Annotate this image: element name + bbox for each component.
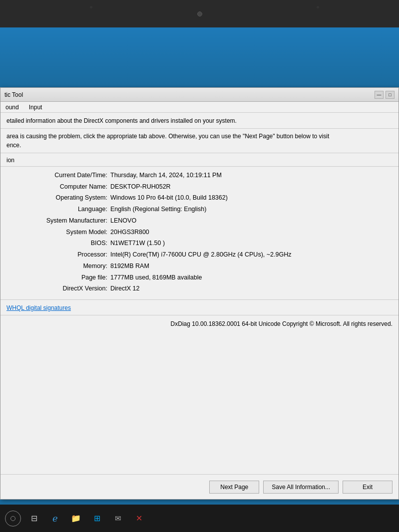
info-value: DESKTOP-RUH052R xyxy=(110,182,399,192)
info-row: BIOS: N1WET71W (1.50 ) xyxy=(0,239,399,248)
store-icon: ⊞ xyxy=(94,514,100,523)
description-area: etailed information about the DirectX co… xyxy=(0,113,399,129)
task-view-icon: ⊟ xyxy=(31,514,37,523)
info-label: Processor: xyxy=(0,250,110,260)
system-info-area: Current Date/Time: Thursday, March 14, 2… xyxy=(0,167,399,297)
info-value: Intel(R) Core(TM) i7-7600U CPU @ 2.80GHz… xyxy=(110,250,399,260)
info-label: Computer Name: xyxy=(0,182,110,192)
info-label: DirectX Version: xyxy=(0,284,110,293)
info-row: Language: English (Regional Setting: Eng… xyxy=(0,205,399,214)
exit-button[interactable]: Exit xyxy=(343,481,393,494)
info-label: Operating System: xyxy=(0,193,110,203)
info-row: Current Date/Time: Thursday, March 14, 2… xyxy=(0,171,399,180)
bezel-dot xyxy=(90,6,92,8)
store-button[interactable]: ⊞ xyxy=(88,510,106,528)
warning-area: area is causing the problem, click the a… xyxy=(0,129,399,153)
dxdiag-window: tic Tool — □ ound Input etailed informat… xyxy=(0,87,399,500)
window-title: tic Tool xyxy=(4,91,375,98)
save-all-button[interactable]: Save All Information... xyxy=(263,481,339,494)
info-value: English (Regional Setting: English) xyxy=(110,205,399,214)
info-value: 20HGS3R800 xyxy=(110,228,399,237)
file-explorer-button[interactable]: 📁 xyxy=(67,510,85,528)
camera xyxy=(197,11,202,16)
info-row: DirectX Version: DirectX 12 xyxy=(0,284,399,293)
x-app-icon: ✕ xyxy=(136,514,142,523)
info-row: System Model: 20HGS3R800 xyxy=(0,228,399,237)
start-circle[interactable] xyxy=(5,511,21,527)
desc-line1: etailed information about the DirectX co… xyxy=(6,117,393,125)
info-label: System Model: xyxy=(0,228,110,237)
start-inner xyxy=(10,516,15,521)
whql-link[interactable]: WHQL digital signatures xyxy=(6,304,71,311)
info-row: System Manufacturer: LENOVO xyxy=(0,216,399,226)
laptop-bezel xyxy=(0,0,399,27)
mail-icon: ✉ xyxy=(115,514,121,523)
info-row: Operating System: Windows 10 Pro 64-bit … xyxy=(0,193,399,203)
info-label: Page file: xyxy=(0,273,110,282)
info-label: Current Date/Time: xyxy=(0,171,110,180)
taskbar: ⊟ ℯ 📁 ⊞ ✉ ✕ xyxy=(0,505,399,532)
info-row: Processor: Intel(R) Core(TM) i7-7600U CP… xyxy=(0,250,399,260)
task-view-button[interactable]: ⊟ xyxy=(25,510,43,528)
start-button[interactable] xyxy=(4,510,22,528)
window-controls: — □ xyxy=(375,91,395,99)
desktop xyxy=(0,27,399,87)
info-value: Windows 10 Pro 64-bit (10.0, Build 18362… xyxy=(110,193,399,203)
info-value: 8192MB RAM xyxy=(110,262,399,271)
next-page-button[interactable]: Next Page xyxy=(209,481,259,494)
maximize-button[interactable]: □ xyxy=(386,91,395,99)
info-row: Computer Name: DESKTOP-RUH052R xyxy=(0,182,399,192)
info-value: DirectX 12 xyxy=(110,284,399,293)
button-bar: Next Page Save All Information... Exit xyxy=(0,474,399,499)
info-row: Memory: 8192MB RAM xyxy=(0,262,399,271)
menu-bar: ound Input xyxy=(0,102,399,113)
section-label: ion xyxy=(6,157,14,164)
info-value: LENOVO xyxy=(110,216,399,226)
mail-button[interactable]: ✉ xyxy=(109,510,127,528)
folder-icon: 📁 xyxy=(71,514,81,523)
bezel-dot-right xyxy=(317,6,319,8)
info-value: N1WET71W (1.50 ) xyxy=(110,239,399,248)
signature-area: WHQL digital signatures xyxy=(0,299,399,315)
copyright-area: DxDiag 10.00.18362.0001 64-bit Unicode C… xyxy=(0,315,399,330)
menu-item-input[interactable]: Input xyxy=(27,103,44,112)
title-bar: tic Tool — □ xyxy=(0,88,399,102)
info-value: Thursday, March 14, 2024, 10:19:11 PM xyxy=(110,171,399,180)
info-label: System Manufacturer: xyxy=(0,216,110,226)
warning-line1: area is causing the problem, click the a… xyxy=(6,132,393,141)
edge-button[interactable]: ℯ xyxy=(46,510,64,528)
info-label: BIOS: xyxy=(0,239,110,248)
info-label: Memory: xyxy=(0,262,110,271)
x-app-button[interactable]: ✕ xyxy=(130,510,148,528)
info-row: Page file: 1777MB used, 8169MB available xyxy=(0,273,399,282)
warning-line2: ence. xyxy=(6,141,393,150)
minimize-button[interactable]: — xyxy=(375,91,384,99)
info-value: 1777MB used, 8169MB available xyxy=(110,273,399,282)
edge-icon: ℯ xyxy=(52,513,58,524)
section-header: ion xyxy=(0,153,399,167)
copyright-text: DxDiag 10.00.18362.0001 64-bit Unicode C… xyxy=(6,320,393,327)
info-label: Language: xyxy=(0,205,110,214)
menu-item-sound[interactable]: ound xyxy=(3,103,21,112)
